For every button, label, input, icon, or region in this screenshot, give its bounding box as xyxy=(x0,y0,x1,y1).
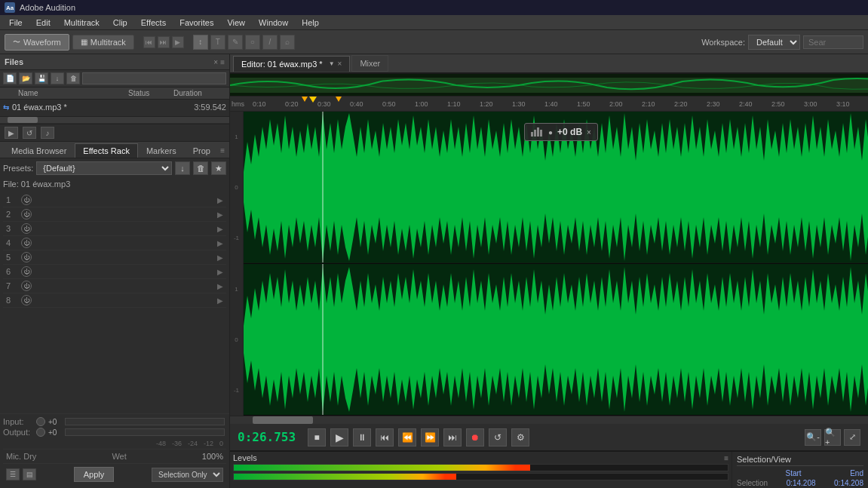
mixer-tab[interactable]: Mixer xyxy=(351,55,388,72)
presets-delete-btn[interactable]: 🗑 xyxy=(193,161,208,175)
editor-tab-dropdown[interactable]: ▼ xyxy=(329,60,335,67)
files-new-btn[interactable]: 📄 xyxy=(3,72,17,84)
effect-arrow-5[interactable]: ▶ xyxy=(217,253,223,262)
files-play-btn[interactable]: ▶ xyxy=(5,127,18,139)
menu-multitrack[interactable]: Multitrack xyxy=(58,17,106,29)
output-knob[interactable] xyxy=(36,428,45,437)
menu-view[interactable]: View xyxy=(221,17,251,29)
files-search-input[interactable] xyxy=(82,72,226,84)
marker-yellow-1[interactable] xyxy=(302,97,308,102)
horizontal-scrollbar[interactable] xyxy=(230,416,868,423)
tm-220: 2:20 xyxy=(674,100,688,108)
skip-back-button[interactable]: ⏮ xyxy=(376,428,394,447)
input-knob[interactable] xyxy=(36,417,45,426)
fast-back-button[interactable]: ⏪ xyxy=(398,428,416,447)
record-button[interactable]: ⏺ xyxy=(466,428,484,447)
list-icon-2[interactable]: ▤ xyxy=(23,468,36,480)
zoom-out-button[interactable]: 🔍- xyxy=(805,429,821,446)
playhead[interactable] xyxy=(309,97,317,103)
search-input[interactable] xyxy=(803,35,863,49)
volume-popup[interactable]: ● +0 dB × xyxy=(524,123,598,141)
waveform-mode-button[interactable]: 〜 Waveform xyxy=(5,34,69,51)
effect-power-5[interactable]: ⏻ xyxy=(21,252,32,262)
effect-arrow-3[interactable]: ▶ xyxy=(217,225,223,233)
waveform-overview[interactable]: // Generate pseudo-random waveform bars … xyxy=(230,74,868,97)
files-close-icon[interactable]: × xyxy=(213,58,218,66)
files-delete-btn[interactable]: 🗑 xyxy=(66,72,80,84)
effect-power-8[interactable]: ⏻ xyxy=(21,295,32,305)
tool-lasso[interactable]: ○ xyxy=(245,35,260,50)
files-loop-btn[interactable]: ↺ xyxy=(23,127,36,139)
effect-power-1[interactable]: ⏻ xyxy=(21,195,32,205)
effect-arrow-7[interactable]: ▶ xyxy=(217,282,223,290)
list-icon-1[interactable]: ☰ xyxy=(6,468,20,480)
effect-arrow-2[interactable]: ▶ xyxy=(217,210,223,219)
play-button[interactable]: ▶ xyxy=(330,428,348,447)
files-import-btn[interactable]: ↓ xyxy=(51,72,64,84)
pause-button[interactable]: ⏸ xyxy=(353,428,371,447)
files-header-buttons: × ≡ xyxy=(213,58,225,66)
marker-yellow-2[interactable] xyxy=(336,97,342,102)
tool-zoom[interactable]: ⌕ xyxy=(280,35,295,50)
files-open-btn[interactable]: 📂 xyxy=(19,72,32,84)
menu-file[interactable]: File xyxy=(3,17,29,29)
tm-240: 2:40 xyxy=(739,100,753,108)
apply-button[interactable]: Apply xyxy=(74,467,115,482)
list-icons: ☰ ▤ xyxy=(6,468,36,480)
workspace-select[interactable]: Default xyxy=(748,35,800,50)
menu-clip[interactable]: Clip xyxy=(107,17,133,29)
process-select[interactable]: Selection Only xyxy=(152,468,223,482)
tool-time[interactable]: T xyxy=(210,35,225,50)
zoom-fit-button[interactable]: ⤢ xyxy=(844,429,860,446)
tool-razor[interactable]: / xyxy=(262,35,278,50)
menu-favorites[interactable]: Favorites xyxy=(173,17,219,29)
effect-arrow-1[interactable]: ▶ xyxy=(217,196,223,204)
title-bar: Aa Adobe Audition xyxy=(0,0,868,15)
timeline-ruler[interactable]: hms 0:10 0:20 0:30 0:40 0:50 1:00 1:10 1… xyxy=(230,97,868,112)
toolbar-btn-3[interactable]: ▶ xyxy=(172,36,184,48)
zoom-in-button[interactable]: 🔍+ xyxy=(824,429,841,446)
tab-prop[interactable]: Prop xyxy=(185,143,219,158)
fast-forward-button[interactable]: ⏩ xyxy=(421,428,439,447)
waveform-display[interactable]: 1 0 -1 1 0 -1 xyxy=(230,112,868,416)
panel-menu-icon[interactable]: ≡ xyxy=(219,145,226,156)
files-speaker-btn[interactable]: ♪ xyxy=(41,127,54,139)
tab-markers[interactable]: Markers xyxy=(138,143,185,158)
volume-close-icon[interactable]: × xyxy=(587,128,591,137)
effect-arrow-8[interactable]: ▶ xyxy=(217,296,223,305)
menu-window[interactable]: Window xyxy=(253,17,294,29)
file-item[interactable]: ⇆ 01 éwax.mp3 * 3:59.542 xyxy=(0,101,229,113)
toolbar-btn-2[interactable]: ⏭ xyxy=(158,36,170,48)
presets-save-btn[interactable]: ↓ xyxy=(175,161,190,175)
tab-media-browser[interactable]: Media Browser xyxy=(3,143,75,158)
settings-button[interactable]: ⚙ xyxy=(511,428,529,447)
presets-select[interactable]: {Default} xyxy=(36,161,172,175)
effect-arrow-4[interactable]: ▶ xyxy=(217,239,223,247)
effect-power-4[interactable]: ⏻ xyxy=(21,238,32,248)
multitrack-mode-button[interactable]: ▦ Multitrack xyxy=(72,35,134,50)
effect-power-6[interactable]: ⏻ xyxy=(21,266,32,277)
effect-power-3[interactable]: ⏻ xyxy=(21,223,32,234)
skip-forward-button[interactable]: ⏭ xyxy=(443,428,462,447)
effect-arrow-6[interactable]: ▶ xyxy=(217,268,223,276)
levels-meter-r-fill xyxy=(234,474,456,480)
tool-pencil[interactable]: ✎ xyxy=(228,35,243,50)
menu-edit[interactable]: Edit xyxy=(30,17,57,29)
editor-tab-close[interactable]: × xyxy=(338,60,342,68)
effect-power-2[interactable]: ⏻ xyxy=(21,209,32,219)
loop-button[interactable]: ↺ xyxy=(489,428,507,447)
waveform-channel-2[interactable] xyxy=(244,264,868,416)
presets-star-btn[interactable]: ★ xyxy=(211,161,226,175)
levels-menu-icon[interactable]: ≡ xyxy=(724,454,728,462)
menu-help[interactable]: Help xyxy=(296,17,325,29)
stop-button[interactable]: ■ xyxy=(308,428,326,447)
files-horizontal-scrollbar[interactable] xyxy=(0,116,229,122)
toolbar-btn-1[interactable]: ⏮ xyxy=(143,36,155,48)
tool-select[interactable]: ↕ xyxy=(193,35,208,50)
effect-power-7[interactable]: ⏻ xyxy=(21,281,32,291)
files-save-btn[interactable]: 💾 xyxy=(35,72,48,84)
tab-effects-rack[interactable]: Effects Rack xyxy=(75,143,138,158)
menu-effects[interactable]: Effects xyxy=(135,17,172,29)
editor-tab-main[interactable]: Editor: 01 éwax.mp3 * ▼ × xyxy=(233,56,350,72)
files-menu-icon[interactable]: ≡ xyxy=(220,58,225,66)
